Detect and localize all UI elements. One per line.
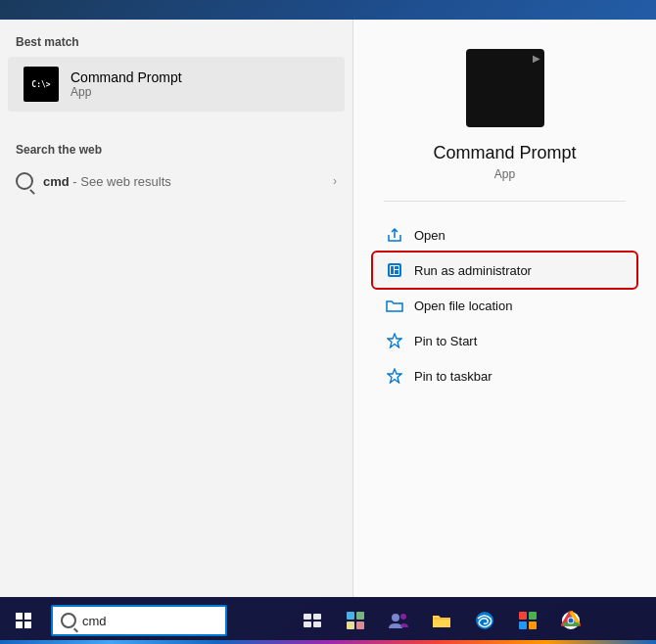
windows-logo: [16, 613, 31, 628]
svg-rect-12: [356, 621, 364, 629]
taskbar-chrome[interactable]: [551, 601, 590, 640]
action-list: Open Run as administrator: [353, 217, 656, 393]
app-preview-icon: [466, 49, 544, 127]
action-pin-taskbar[interactable]: Pin to taskbar: [373, 358, 636, 393]
chevron-right-icon: ›: [333, 174, 337, 188]
svg-rect-6: [313, 614, 321, 620]
taskbar-edge[interactable]: [465, 601, 504, 640]
pin-start-label: Pin to Start: [414, 334, 477, 348]
win-quad-bl: [16, 621, 23, 628]
svg-rect-8: [313, 621, 321, 627]
desktop: Best match Command Prompt App Search the…: [0, 0, 656, 644]
svg-point-13: [392, 614, 399, 621]
run-admin-label: Run as administrator: [414, 263, 532, 278]
open-label: Open: [414, 228, 445, 243]
start-button[interactable]: [4, 601, 43, 640]
taskbar-widgets[interactable]: [336, 601, 375, 640]
taskbar-file-explorer[interactable]: [422, 601, 461, 640]
open-location-label: Open file location: [414, 299, 512, 313]
best-match-subtitle: App: [70, 85, 182, 99]
web-search-item[interactable]: cmd - See web results ›: [0, 164, 352, 198]
taskbar-teams[interactable]: [379, 601, 418, 640]
open-icon: [385, 225, 404, 245]
admin-icon: [385, 260, 404, 280]
svg-point-23: [569, 619, 574, 623]
taskbar-store[interactable]: [508, 601, 547, 640]
search-web-section: Search the web cmd - See web results ›: [0, 127, 352, 198]
taskbar-icons: [227, 601, 656, 640]
divider: [384, 201, 626, 202]
svg-rect-3: [395, 266, 398, 269]
right-panel: Command Prompt App Open: [352, 20, 656, 597]
folder-icon: [385, 296, 404, 315]
svg-rect-16: [519, 612, 527, 620]
svg-point-14: [400, 614, 406, 620]
web-search-text: cmd - See web results: [43, 174, 171, 189]
taskbar-search-text: cmd: [82, 614, 107, 628]
svg-rect-11: [347, 621, 354, 629]
search-suffix: - See web results: [70, 174, 171, 189]
search-web-label: Search the web: [0, 127, 352, 164]
best-match-text: Command Prompt App: [70, 69, 182, 99]
win-quad-br: [24, 621, 31, 628]
taskbar-wave: [0, 640, 656, 644]
pin-taskbar-icon: [385, 366, 404, 386]
svg-rect-5: [304, 614, 311, 620]
taskbar-search-box[interactable]: cmd: [51, 605, 227, 636]
svg-rect-9: [347, 612, 354, 620]
svg-rect-2: [391, 266, 394, 274]
pin-start-icon: [385, 331, 404, 350]
best-match-label: Best match: [0, 20, 352, 57]
search-icon: [16, 172, 33, 190]
left-panel: Best match Command Prompt App Search the…: [0, 20, 352, 597]
action-pin-start[interactable]: Pin to Start: [373, 323, 636, 358]
best-match-item[interactable]: Command Prompt App: [8, 57, 345, 112]
win-quad-tl: [16, 613, 23, 620]
action-run-admin[interactable]: Run as administrator: [373, 253, 636, 288]
start-menu: Best match Command Prompt App Search the…: [0, 20, 656, 597]
action-open[interactable]: Open: [373, 217, 636, 253]
taskbar-task-view[interactable]: [293, 601, 332, 640]
taskbar-search-icon: [61, 613, 76, 628]
svg-rect-10: [356, 612, 364, 620]
search-query: cmd: [43, 174, 70, 189]
svg-rect-17: [529, 612, 537, 620]
app-type: App: [494, 167, 515, 181]
pin-taskbar-label: Pin to taskbar: [414, 369, 492, 384]
best-match-title: Command Prompt: [70, 69, 182, 85]
action-open-location[interactable]: Open file location: [373, 288, 636, 323]
svg-rect-18: [519, 621, 527, 629]
svg-rect-19: [529, 621, 537, 629]
win-quad-tr: [24, 613, 31, 620]
taskbar: cmd: [0, 597, 656, 644]
cmd-icon: [23, 67, 59, 102]
svg-rect-7: [304, 621, 311, 627]
svg-rect-4: [395, 270, 398, 274]
app-title: Command Prompt: [433, 143, 576, 163]
